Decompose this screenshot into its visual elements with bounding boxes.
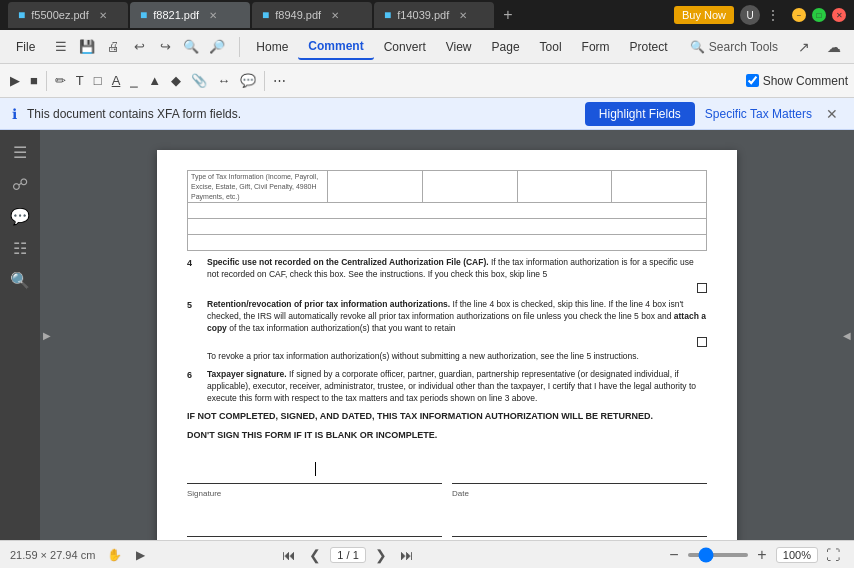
first-page-btn[interactable]: ⏮ [278, 544, 300, 566]
search-icon: 🔍 [690, 40, 705, 54]
menu-home[interactable]: Home [246, 35, 298, 59]
menu-protect[interactable]: Protect [620, 35, 678, 59]
zoom-out-icon[interactable]: 🔎 [205, 35, 229, 59]
minimize-button[interactable]: − [792, 8, 806, 22]
section5-title: Retention/revocation of prior tax inform… [207, 299, 450, 309]
prev-page-btn[interactable]: ❮ [304, 544, 326, 566]
left-panel-toggle[interactable]: ▶ [40, 130, 54, 540]
tab-close-f8821[interactable]: ✕ [209, 10, 217, 21]
title-bar: ■ f5500ez.pdf ✕ ■ f8821.pdf ✕ ■ f8949.pd… [0, 0, 854, 30]
title-line [452, 507, 707, 537]
date-label: Date [452, 488, 707, 499]
undo-icon[interactable]: ↩ [127, 35, 151, 59]
highlight-btn[interactable]: ■ [26, 68, 42, 94]
sidebar-comment-icon[interactable]: 💬 [6, 202, 34, 230]
shape-btn[interactable]: □ [90, 68, 106, 94]
text-btn[interactable]: T [72, 68, 88, 94]
sidebar-bookmark-icon[interactable]: ☍ [6, 170, 34, 198]
menu-page[interactable]: Page [482, 35, 530, 59]
toolbar: ▶ ■ ✏ T □ A ⎯ ▲ ◆ 📎 ↔ 💬 ⋯ Show Comment [0, 64, 854, 98]
highlight-fields-button[interactable]: Highlight Fields [585, 102, 695, 126]
sig-row-2: Print Name Title (if applicable) [187, 507, 707, 540]
pdf-viewer[interactable]: Type of Tax Information (Income, Payroll… [54, 130, 840, 540]
close-button[interactable]: ✕ [832, 8, 846, 22]
tab-f5500ez[interactable]: ■ f5500ez.pdf ✕ [8, 2, 128, 28]
tab-f8821[interactable]: ■ f8821.pdf ✕ [130, 2, 250, 28]
share-icon[interactable]: ↗ [792, 35, 816, 59]
new-tab-button[interactable]: + [496, 3, 520, 27]
print-name-col: Print Name [187, 507, 442, 540]
section5-checkbox[interactable] [697, 337, 707, 347]
tab-f14039[interactable]: ■ f14039.pdf ✕ [374, 2, 494, 28]
left-sidebar: ☰ ☍ 💬 ☷ 🔍 [0, 130, 40, 540]
zoom-out-btn[interactable]: − [664, 545, 684, 565]
tab-close-f8949[interactable]: ✕ [331, 10, 339, 21]
menu-comment[interactable]: Comment [298, 34, 373, 60]
tab-f8949[interactable]: ■ f8949.pdf ✕ [252, 2, 372, 28]
section5-sub: To revoke a prior tax information author… [207, 351, 707, 363]
tab-close-f5500ez[interactable]: ✕ [99, 10, 107, 21]
stamp-btn[interactable]: ◆ [167, 68, 185, 94]
next-page-btn[interactable]: ❯ [370, 544, 392, 566]
buy-now-button[interactable]: Buy Now [674, 6, 734, 24]
redo-icon[interactable]: ↪ [153, 35, 177, 59]
maximize-button[interactable]: □ [812, 8, 826, 22]
notification-close-button[interactable]: ✕ [822, 106, 842, 122]
attach-btn[interactable]: 📎 [187, 68, 211, 94]
main-area: ☰ ☍ 💬 ☷ 🔍 ▶ Type of Tax Information (Inc… [0, 130, 854, 540]
pen-btn[interactable]: ✏ [51, 68, 70, 94]
section6-title: Taxpayer signature. [207, 369, 287, 379]
zoom-slider[interactable] [688, 553, 748, 557]
search-tools-button[interactable]: 🔍 Search Tools [682, 36, 786, 58]
comment-btn[interactable]: 💬 [236, 68, 260, 94]
menu-right: 🔍 Search Tools ↗ ☁ [682, 35, 846, 59]
cloud-icon[interactable]: ☁ [822, 35, 846, 59]
section5-text2: of the tax information authorization(s) … [229, 323, 455, 333]
sidebar-pages-icon[interactable]: ☷ [6, 234, 34, 262]
show-comment-label[interactable]: Show Comment [763, 74, 848, 88]
menu-form[interactable]: Form [572, 35, 620, 59]
right-panel-toggle[interactable]: ◀ [840, 130, 854, 540]
notification-bar: ℹ This document contains XFA form fields… [0, 98, 854, 130]
cursor-line [315, 462, 316, 476]
menu-tool[interactable]: Tool [530, 35, 572, 59]
more-tools-btn[interactable]: ⋯ [269, 68, 290, 94]
zoom-level: 100% [776, 547, 818, 563]
menu-convert[interactable]: Convert [374, 35, 436, 59]
file-menu[interactable]: File [8, 36, 43, 58]
last-page-btn[interactable]: ⏭ [396, 544, 418, 566]
cursor-tool-btn[interactable]: ▶ [129, 544, 151, 566]
section5: 5 Retention/revocation of prior tax info… [187, 299, 707, 363]
tab-close-f14039[interactable]: ✕ [459, 10, 467, 21]
specific-tax-link[interactable]: Specific Tax Matters [705, 107, 812, 121]
show-comment-group: Show Comment [746, 74, 848, 88]
bottom-tools: ✋ ▶ [103, 544, 151, 566]
hand-tool-btn[interactable]: ✋ [103, 544, 125, 566]
menu-view[interactable]: View [436, 35, 482, 59]
hamburger-icon[interactable]: ☰ [49, 35, 73, 59]
warning1: IF NOT COMPLETED, SIGNED, AND DATED, THI… [187, 410, 707, 423]
pdf-page: Type of Tax Information (Income, Payroll… [157, 150, 737, 540]
select-tool-btn[interactable]: ▶ [6, 68, 24, 94]
section4-checkbox[interactable] [697, 283, 707, 293]
fit-page-btn[interactable]: ⛶ [822, 544, 844, 566]
date-line [452, 454, 707, 484]
underline-btn[interactable]: A [108, 68, 125, 94]
sidebar-layers-icon[interactable]: ☰ [6, 138, 34, 166]
zoom-icon[interactable]: 🔍 [179, 35, 203, 59]
strikethrough-btn[interactable]: ⎯ [126, 68, 142, 94]
insert-btn[interactable]: ▲ [144, 68, 165, 94]
show-comment-checkbox[interactable] [746, 74, 759, 87]
print-icon[interactable]: 🖨 [101, 35, 125, 59]
toolbar-separator-2 [264, 71, 265, 91]
zoom-in-btn[interactable]: + [752, 545, 772, 565]
save-icon[interactable]: 💾 [75, 35, 99, 59]
section4: 4 Specific use not recorded on the Centr… [187, 257, 707, 293]
measure-btn[interactable]: ↔ [213, 68, 234, 94]
signature-area: Signature Date Print Name Title [187, 454, 707, 540]
user-avatar[interactable]: U [740, 5, 760, 25]
date-col: Date [452, 454, 707, 499]
more-options-icon[interactable]: ⋮ [766, 7, 780, 23]
sidebar-search-icon[interactable]: 🔍 [6, 266, 34, 294]
title-bar-right: Buy Now U ⋮ − □ ✕ [674, 5, 846, 25]
